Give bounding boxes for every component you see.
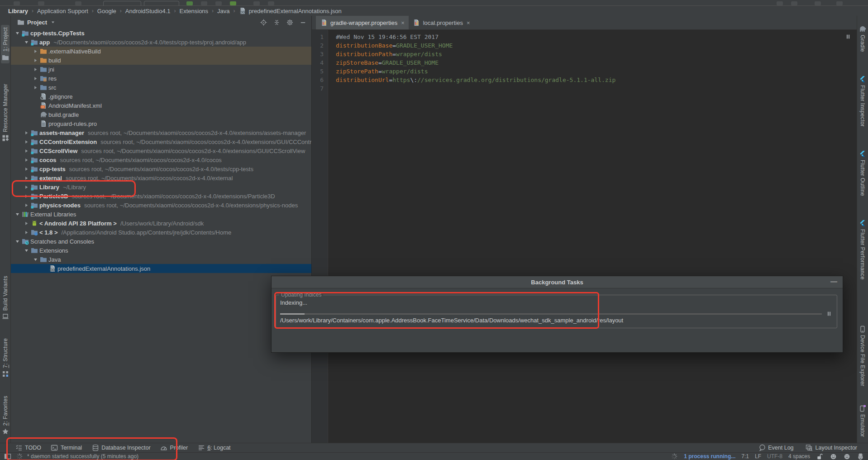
hide-panel-icon[interactable] xyxy=(299,19,307,26)
gradle-daemon-face-icon[interactable] xyxy=(857,453,864,460)
line-ending[interactable]: LF xyxy=(755,453,761,460)
project-panel-title[interactable]: Project xyxy=(27,19,47,26)
lock-open-icon[interactable] xyxy=(816,453,824,460)
tree-item-androidmanifest-xml[interactable]: <>AndroidManifest.xml xyxy=(11,101,311,110)
tool-stripe-button-build-variants[interactable]: Build Variants xyxy=(1,273,10,322)
tree-item-cocos[interactable]: cocossources root, ~/Documents/xiaomi/co… xyxy=(11,155,311,164)
breadcrumb-item-application-support[interactable]: Application Support xyxy=(37,8,88,14)
tree-expander-icon[interactable] xyxy=(23,167,30,172)
tool-stripe-button-device-file-explorer[interactable]: Device File Explorer xyxy=(858,323,867,388)
tree-item-jni[interactable]: jni xyxy=(11,65,311,74)
tree-item-externalnativebuild[interactable]: .externalNativeBuild xyxy=(11,47,311,56)
tree-item-external[interactable]: externalsources root, ~/Documents/xiaomi… xyxy=(11,173,311,182)
breadcrumb-file[interactable]: predefinedExternalAnnotations.json xyxy=(239,7,342,14)
close-icon[interactable]: × xyxy=(467,19,470,26)
breadcrumb-item-java[interactable]: Java xyxy=(217,8,229,14)
chevron-down-icon[interactable] xyxy=(49,19,57,26)
tree-expander-icon[interactable] xyxy=(23,40,30,45)
tree-item-scratches-and-consoles[interactable]: Scratches and Consoles xyxy=(11,237,311,246)
tree-expander-icon[interactable] xyxy=(32,58,39,63)
tree-item-res[interactable]: res xyxy=(11,74,311,83)
status-message[interactable]: * daemon started successfully (5 minutes… xyxy=(27,453,138,460)
tree-item-proguard-rules-pro[interactable]: proguard-rules.pro xyxy=(11,119,311,128)
sad-face-icon[interactable] xyxy=(843,453,851,460)
locate-file-icon[interactable] xyxy=(260,19,267,26)
tree-expander-icon[interactable] xyxy=(23,230,30,235)
tool-window-button-todo[interactable]: TODO xyxy=(15,444,41,451)
tree-expander-icon[interactable] xyxy=(23,185,30,190)
tree-item-1-8[interactable]: < 1.8 >/Applications/Android Studio.app/… xyxy=(11,228,311,237)
indent-setting[interactable]: 4 spaces xyxy=(788,453,810,460)
tree-item-particle3d[interactable]: Particle3Dsources root, ~/Documents/xiao… xyxy=(11,192,311,201)
code-area[interactable]: 1234567 #Wed Nov 15 19:46:56 EST 2017dis… xyxy=(312,30,857,443)
tool-stripe-button-emulator[interactable]: Emulator xyxy=(858,402,867,439)
tree-item-cpp-tests[interactable]: cpp-testssources root, ~/Documents/xiaom… xyxy=(11,164,311,173)
tree-item-build-gradle[interactable]: build.gradle xyxy=(11,110,311,119)
tree-expander-icon[interactable] xyxy=(14,31,21,36)
tree-expander-icon[interactable] xyxy=(14,212,21,217)
tree-item-physics-nodes[interactable]: physics-nodessources root, ~/Documents/x… xyxy=(11,201,311,210)
tree-item-gitignore[interactable]: .gitignore xyxy=(11,92,311,101)
tree-item-src[interactable]: src xyxy=(11,83,311,92)
editor-code[interactable]: #Wed Nov 15 19:46:56 EST 2017distributio… xyxy=(328,30,615,443)
tree-expander-icon[interactable] xyxy=(32,67,39,72)
tree-expander-icon[interactable] xyxy=(14,239,21,244)
collapse-all-icon[interactable] xyxy=(273,19,281,26)
tree-expander-icon[interactable] xyxy=(23,149,30,153)
tool-stripe-button-gradle[interactable]: Gradle xyxy=(858,23,867,54)
tree-expander-icon[interactable] xyxy=(23,194,30,199)
tree-expander-icon[interactable] xyxy=(32,257,39,262)
tool-window-button-profiler[interactable]: Profiler xyxy=(160,444,188,451)
breadcrumb-item-google[interactable]: Google xyxy=(97,8,116,14)
tree-expander-icon[interactable] xyxy=(23,248,30,253)
tool-stripe-button-flutter-performance[interactable]: Flutter Performance xyxy=(858,217,867,282)
tree-item-android-api-28-platform[interactable]: < Android API 28 Platform >/Users/work/L… xyxy=(11,219,311,228)
tool-window-button-layout-inspector[interactable]: Layout Inspector xyxy=(806,444,857,451)
tree-item-app[interactable]: app~/Documents/xiaomi/cocos/cocos2d-x-4.… xyxy=(11,38,311,47)
tree-item-library[interactable]: Library~/Library xyxy=(11,182,311,192)
tree-expander-icon[interactable] xyxy=(23,221,30,226)
editor-tab-local-properties[interactable]: local.properties× xyxy=(409,16,474,29)
tool-window-button-database-inspector[interactable]: Database Inspector xyxy=(91,444,150,451)
breadcrumb-item-extensions[interactable]: Extensions xyxy=(180,8,209,14)
tree-item-external-libraries[interactable]: External Libraries xyxy=(11,210,311,219)
minimize-icon[interactable]: — xyxy=(830,278,837,285)
tree-expander-icon[interactable] xyxy=(23,130,30,135)
tree-expander-icon[interactable] xyxy=(23,139,30,144)
tool-window-button-6-logcat[interactable]: 6: Logcat xyxy=(197,444,230,451)
caret-position[interactable]: 7:1 xyxy=(741,453,749,460)
tool-stripe-button-2-favorites[interactable]: 2: Favorites xyxy=(1,393,10,437)
tree-expander-icon[interactable] xyxy=(23,176,30,181)
tool-stripe-button-flutter-inspector[interactable]: Flutter Inspector xyxy=(858,73,867,129)
tree-expander-icon[interactable] xyxy=(23,158,30,163)
breadcrumb-item-library[interactable]: Library xyxy=(8,8,28,14)
background-tasks-titlebar[interactable]: Background Tasks — xyxy=(272,276,843,288)
inspections-pause-icon[interactable] xyxy=(844,33,852,40)
breadcrumb-item-androidstudio4-1[interactable]: AndroidStudio4.1 xyxy=(125,8,171,14)
tree-item-ccscrollview[interactable]: CCScrollViewsources root, ~/Documents/xi… xyxy=(11,146,311,155)
tree-expander-icon[interactable] xyxy=(32,85,39,90)
tree-item-predefinedexternalannotations-json[interactable]: predefinedExternalAnnotations.json xyxy=(11,264,311,273)
tree-item-extensions[interactable]: Extensions xyxy=(11,246,311,255)
close-icon[interactable]: × xyxy=(401,19,405,26)
gear-icon[interactable] xyxy=(286,19,294,26)
process-running-link[interactable]: 1 process running... xyxy=(684,453,735,460)
file-encoding[interactable]: UTF-8 xyxy=(767,453,782,460)
tree-item-build[interactable]: build xyxy=(11,56,311,65)
tool-window-button-event-log[interactable]: Event Log xyxy=(758,444,793,451)
tree-expander-icon[interactable] xyxy=(23,203,30,208)
happy-face-icon[interactable] xyxy=(830,453,837,460)
tool-window-button-terminal[interactable]: Terminal xyxy=(51,444,82,451)
tree-item-cccontrolextension[interactable]: CCControlExtensionsources root, ~/Docume… xyxy=(11,137,311,146)
tool-stripe-button-7-structure[interactable]: 7: Structure xyxy=(1,336,10,380)
pause-icon[interactable] xyxy=(825,310,833,317)
tree-item-java[interactable]: Java xyxy=(11,255,311,264)
tree-item-cpp-tests-cpptests[interactable]: cpp-tests.CppTests xyxy=(11,29,311,38)
tool-stripe-button-flutter-outline[interactable]: Flutter Outline xyxy=(858,148,867,198)
tool-stripe-button-1-project[interactable]: 1: Project xyxy=(1,25,10,63)
tree-expander-icon[interactable] xyxy=(32,49,39,54)
tree-expander-icon[interactable] xyxy=(32,76,39,81)
toggle-tool-windows-icon[interactable] xyxy=(4,453,11,460)
tree-item-assets-manager[interactable]: assets-managersources root, ~/Documents/… xyxy=(11,128,311,137)
tool-stripe-button-resource-manager[interactable]: Resource Manager xyxy=(1,81,10,144)
